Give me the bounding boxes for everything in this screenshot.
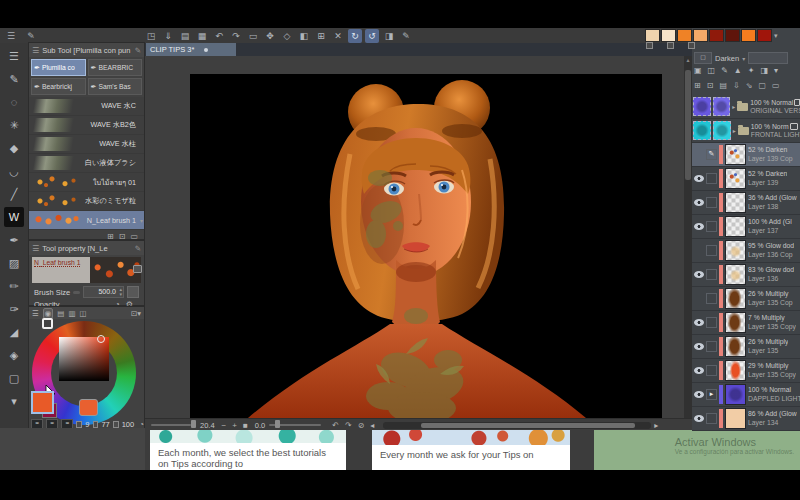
zoom-slider[interactable] (151, 424, 191, 426)
swatch-option-icon[interactable] (688, 42, 695, 49)
edit-target-box[interactable] (706, 221, 717, 232)
visibility-eye-icon[interactable] (694, 391, 704, 398)
workspace-pen-icon[interactable]: ✎ (24, 29, 38, 43)
brush-list-item[interactable]: WAVE 水B2色 (29, 116, 144, 135)
color-swatch[interactable] (661, 29, 676, 42)
layer-row[interactable]: 52 % Darken Layer 139 (692, 167, 800, 191)
color-panel-tab-icon[interactable]: ▤ (57, 309, 64, 318)
command-icon[interactable]: ✎ (399, 29, 413, 43)
tool-icon[interactable]: W (4, 207, 24, 227)
edit-target-box[interactable] (706, 293, 717, 304)
brush-list-item[interactable]: N_Leaf brush 1 ▾ (29, 211, 144, 230)
canvas-hscrollbar[interactable] (383, 422, 651, 429)
color-swatch[interactable] (725, 29, 740, 42)
tool-icon[interactable]: ◈ (4, 345, 24, 365)
tool-icon[interactable]: ▨ (4, 253, 24, 273)
layer-row[interactable]: 100 % Add (Gl Layer 137 (692, 215, 800, 239)
rotation-slider-handle[interactable] (275, 420, 280, 428)
layer-header-icon[interactable]: ▾ (774, 66, 778, 75)
tool-icon[interactable]: ╱ (4, 184, 24, 204)
tool-icon[interactable]: ◢ (4, 322, 24, 342)
brush-list-item[interactable]: ใบไม้ลายๆ 01 (29, 173, 144, 192)
folder-expand-icon[interactable]: ▸ (732, 103, 735, 110)
edit-target-box[interactable] (706, 197, 717, 208)
layer-thumbnail[interactable] (725, 384, 746, 405)
tool-icon[interactable]: ◆ (4, 138, 24, 158)
tool-icon[interactable]: ✏ (4, 276, 24, 296)
scroll-up-icon[interactable]: ▴ (686, 57, 689, 63)
lock-icon[interactable] (133, 265, 142, 273)
edit-target-box[interactable] (706, 245, 717, 256)
saturation-value-square[interactable] (59, 337, 109, 381)
command-icon[interactable]: ↻ (348, 29, 362, 43)
layer-row[interactable]: 29 % Multiply Layer 135 Copy (692, 359, 800, 383)
hamburger-menu-icon[interactable]: ☰ (4, 29, 18, 43)
layer-header-icon[interactable]: ◨ (760, 66, 768, 75)
tool-icon[interactable]: ✎ (4, 69, 24, 89)
layer-thumbnail[interactable] (725, 144, 746, 165)
edit-target-box[interactable] (706, 413, 717, 424)
visibility-eye-icon[interactable] (694, 271, 704, 278)
brush-size-slider[interactable] (73, 291, 80, 294)
combine-mode-dropdown[interactable]: ▢ (694, 52, 712, 64)
color-panel-tab-icon[interactable]: ☰ (32, 309, 39, 318)
command-icon[interactable]: ✕ (331, 29, 345, 43)
layer-row[interactable]: 36 % Add (Glow Layer 138 (692, 191, 800, 215)
layer-row[interactable]: ✎ 52 % Darken Layer 139 Cop (692, 143, 800, 167)
layer-row[interactable]: 7 % Multiply Layer 135 Copy (692, 311, 800, 335)
layer-thumbnail[interactable] (725, 408, 746, 429)
panel-menu-icon[interactable]: ☰ (32, 46, 39, 55)
edit-target-box[interactable] (706, 365, 717, 376)
visibility-eye-icon[interactable] (694, 343, 704, 350)
command-icon[interactable]: ↷ (229, 29, 243, 43)
brush-size-value[interactable]: 500.0▴▾ (83, 286, 124, 298)
layer-thumbnail[interactable] (725, 312, 746, 333)
command-icon[interactable]: ⊞ (314, 29, 328, 43)
brush-list-item[interactable]: 白い液体ブラシ (29, 154, 144, 173)
hue-marker[interactable] (42, 318, 53, 329)
command-icon[interactable]: ▤ (178, 29, 192, 43)
fit-screen-button[interactable]: ■ (243, 421, 248, 430)
folder-mask-thumbnail[interactable] (713, 97, 731, 116)
layer-command-icon[interactable]: ⊡ (707, 81, 714, 90)
swatch-option-icon[interactable] (667, 42, 674, 49)
folder-mask-thumbnail[interactable] (713, 121, 731, 140)
sub-tool-button[interactable]: ✒ BEARBRIC (88, 59, 143, 76)
command-icon[interactable]: ▭ (246, 29, 260, 43)
layer-thumbnail[interactable] (725, 264, 746, 285)
color-swatch[interactable] (677, 29, 692, 42)
brush-list-item[interactable]: WAVE 水C (29, 97, 144, 116)
canvas-vscrollbar-thumb[interactable] (685, 70, 691, 180)
color-swatch[interactable] (757, 29, 772, 42)
scroll-right-icon[interactable]: ▸ (654, 421, 658, 430)
visibility-eye-icon[interactable] (694, 415, 704, 422)
layer-header-icon[interactable]: ✎ (721, 66, 728, 75)
visibility-eye-icon[interactable] (694, 319, 704, 326)
tool-icon[interactable]: ✑ (4, 299, 24, 319)
layer-command-icon[interactable]: ▤ (719, 81, 727, 90)
color-panel-tab-icon[interactable]: ◫ (79, 309, 86, 318)
layer-thumbnail[interactable] (725, 168, 746, 189)
folder-expand-icon[interactable]: ▸ (733, 127, 736, 134)
command-icon[interactable]: ↺ (365, 29, 379, 43)
command-icon[interactable]: ✥ (263, 29, 277, 43)
panel-menu-icon[interactable]: ☰ (32, 244, 39, 253)
sub-tool-button[interactable]: ✒ Plumilla co (31, 59, 86, 76)
rotate-left-icon[interactable]: ↶ (332, 421, 339, 430)
layer-header-icon[interactable]: ▲ (734, 66, 742, 75)
layer-command-icon[interactable]: ⇘ (746, 81, 753, 90)
stepper-icon[interactable]: ▴▾ (119, 287, 122, 297)
sub-tool-header[interactable]: ☰ Sub Tool [Plumilla con pun ✎ (29, 43, 144, 57)
visibility-eye-icon[interactable] (694, 199, 704, 206)
tool-icon[interactable]: ◌ (4, 92, 24, 112)
color-panel-tab-icon[interactable]: ▥ (68, 309, 75, 318)
layer-command-icon[interactable]: ▭ (772, 81, 780, 90)
layer-header-icon[interactable]: ▣ (694, 66, 702, 75)
visibility-eye-icon[interactable] (694, 175, 704, 182)
zoom-out-button[interactable]: − (222, 421, 227, 430)
canvas[interactable] (190, 74, 662, 418)
canvas-hscrollbar-thumb[interactable] (421, 423, 635, 428)
document-tab[interactable]: CLIP TIPS 3* (146, 43, 236, 56)
layer-row[interactable]: 26 % Multiply Layer 135 Cop (692, 287, 800, 311)
command-icon[interactable]: ▦ (195, 29, 209, 43)
